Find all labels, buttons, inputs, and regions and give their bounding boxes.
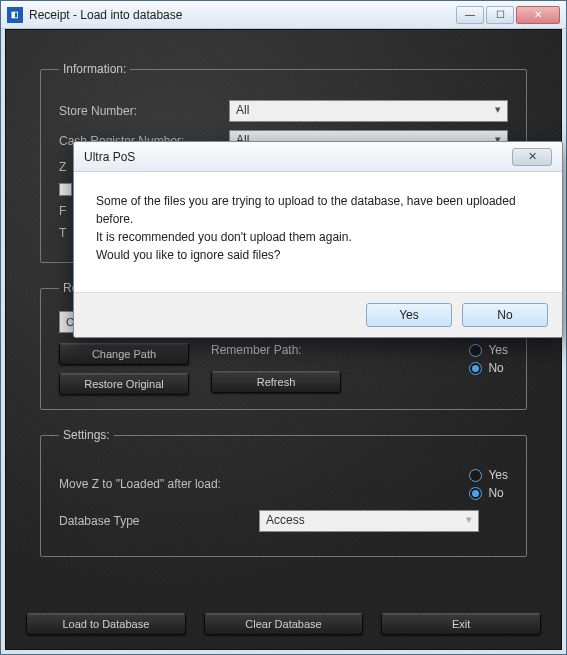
app-icon: ◧ xyxy=(7,7,23,23)
window-title: Receipt - Load into database xyxy=(29,8,182,22)
maximize-button[interactable]: ☐ xyxy=(486,6,514,24)
movez-yes-label: Yes xyxy=(488,468,508,482)
store-number-select[interactable]: All xyxy=(229,100,508,122)
dialog-close-button[interactable]: ✕ xyxy=(512,148,552,166)
dialog-line1: Some of the files you are trying to uplo… xyxy=(96,192,540,228)
remember-path-radio-group: Yes No xyxy=(469,343,508,375)
confirm-dialog: Ultra PoS ✕ Some of the files you are tr… xyxy=(73,141,563,338)
client-area: Information: Store Number: All Cash Regi… xyxy=(5,29,562,650)
dbtype-label: Database Type xyxy=(59,514,259,528)
titlebar[interactable]: ◧ Receipt - Load into database — ☐ ✕ xyxy=(1,1,566,29)
dbtype-value: Access xyxy=(266,513,305,527)
settings-group: Settings: Move Z to "Loaded" after load:… xyxy=(40,428,527,557)
dialog-line2: It is recommended you don't upload them … xyxy=(96,228,540,246)
dialog-title: Ultra PoS xyxy=(84,150,135,164)
close-button[interactable]: ✕ xyxy=(516,6,560,24)
movez-radio-group: Yes No xyxy=(469,468,508,500)
movez-yes-radio[interactable] xyxy=(469,469,482,482)
exit-button[interactable]: Exit xyxy=(381,613,541,635)
movez-label: Move Z to "Loaded" after load: xyxy=(59,477,259,491)
clear-database-button[interactable]: Clear Database xyxy=(204,613,364,635)
main-window: ◧ Receipt - Load into database — ☐ ✕ Inf… xyxy=(0,0,567,655)
restore-original-button[interactable]: Restore Original xyxy=(59,373,189,395)
settings-legend: Settings: xyxy=(59,428,114,442)
th-checkbox[interactable] xyxy=(59,183,72,196)
dialog-yes-button[interactable]: Yes xyxy=(366,303,452,327)
dialog-line3: Would you like to ignore said files? xyxy=(96,246,540,264)
movez-no-radio[interactable] xyxy=(469,487,482,500)
remember-yes-label: Yes xyxy=(488,343,508,357)
minimize-button[interactable]: — xyxy=(456,6,484,24)
remember-no-radio[interactable] xyxy=(469,362,482,375)
maximize-icon: ☐ xyxy=(496,10,505,20)
dialog-footer: Yes No xyxy=(74,292,562,337)
dialog-no-button[interactable]: No xyxy=(462,303,548,327)
minimize-icon: — xyxy=(465,10,475,20)
dialog-body: Some of the files you are trying to uplo… xyxy=(74,172,562,292)
window-controls: — ☐ ✕ xyxy=(456,6,560,24)
change-path-button[interactable]: Change Path xyxy=(59,343,189,365)
remember-path-label: Remember Path: xyxy=(211,343,341,357)
remember-no-label: No xyxy=(488,361,503,375)
load-to-database-button[interactable]: Load to Database xyxy=(26,613,186,635)
bottom-button-bar: Load to Database Clear Database Exit xyxy=(26,613,541,635)
dialog-titlebar[interactable]: Ultra PoS ✕ xyxy=(74,142,562,172)
information-legend: Information: xyxy=(59,62,130,76)
movez-no-label: No xyxy=(488,486,503,500)
refresh-button[interactable]: Refresh xyxy=(211,371,341,393)
dbtype-select[interactable]: Access xyxy=(259,510,479,532)
store-number-value: All xyxy=(236,103,249,117)
remember-yes-radio[interactable] xyxy=(469,344,482,357)
store-number-label: Store Number: xyxy=(59,104,229,118)
close-icon: ✕ xyxy=(528,150,537,163)
close-icon: ✕ xyxy=(534,10,542,20)
